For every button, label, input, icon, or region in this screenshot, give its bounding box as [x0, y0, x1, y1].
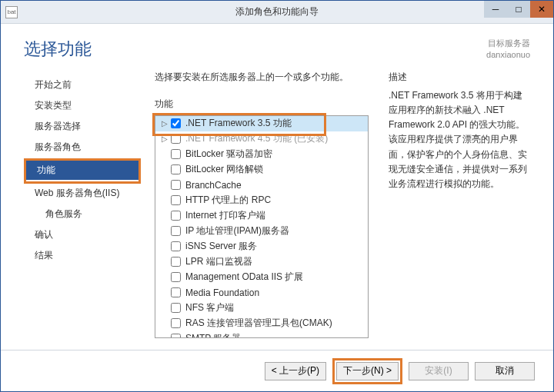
feature-label: BitLocker 网络解锁	[185, 163, 263, 176]
feature-row[interactable]: ▷.NET Framework 3.5 功能	[155, 116, 368, 131]
feature-label: NFS 客户端	[185, 301, 234, 314]
feature-checkbox[interactable]	[171, 334, 181, 338]
feature-checkbox[interactable]	[171, 149, 181, 159]
sidebar-item[interactable]: 结果	[24, 246, 141, 265]
feature-label: IP 地址管理(IPAM)服务器	[185, 224, 289, 238]
sidebar-item[interactable]: Web 服务器角色(IIS)	[24, 184, 141, 203]
sidebar-item[interactable]: 安装类型	[24, 96, 141, 115]
features-listbox[interactable]: ▷.NET Framework 3.5 功能▷.NET Framework 4.…	[155, 115, 369, 338]
description-column: 描述 .NET Framework 3.5 将用于构建应用程序的新技术融入 .N…	[389, 71, 530, 350]
feature-label: Media Foundation	[185, 287, 259, 298]
target-label: 目标服务器	[486, 38, 530, 49]
feature-row[interactable]: Management OData IIS 扩展	[155, 270, 368, 285]
sidebar-item[interactable]: 角色服务	[24, 204, 141, 224]
feature-checkbox[interactable]	[171, 118, 181, 128]
app-icon: bat	[5, 6, 18, 18]
feature-row[interactable]: LPR 端口监视器	[155, 254, 368, 270]
feature-row[interactable]: BitLocker 驱动器加密	[155, 147, 368, 162]
cancel-button[interactable]: 取消	[475, 362, 535, 380]
target-server-box: 目标服务器 danxiaonuo	[486, 38, 530, 61]
expand-icon[interactable]: ▷	[160, 135, 169, 143]
expand-icon[interactable]: ▷	[160, 119, 169, 128]
highlight-nav-annotation: 功能	[24, 158, 141, 184]
prev-button[interactable]: < 上一步(P)	[265, 362, 326, 380]
feature-row[interactable]: BitLocker 网络解锁	[155, 162, 368, 178]
footer: < 上一步(P) 下一步(N) > 安装(I) 取消	[1, 350, 553, 391]
feature-row[interactable]: Internet 打印客户端	[155, 208, 368, 224]
feature-label: SMTP 服务器	[185, 332, 241, 338]
install-button[interactable]: 安装(I)	[409, 362, 469, 380]
main-body: 开始之前安装类型服务器选择服务器角色功能Web 服务器角色(IIS)角色服务确认…	[1, 71, 553, 350]
header: 选择功能 目标服务器 danxiaonuo	[1, 24, 553, 71]
feature-checkbox[interactable]	[171, 211, 181, 221]
feature-checkbox[interactable]	[171, 226, 181, 236]
feature-checkbox[interactable]	[171, 303, 181, 313]
features-label: 功能	[155, 98, 369, 111]
target-value: danxiaonuo	[486, 49, 530, 61]
page-title: 选择功能	[24, 38, 92, 61]
close-button[interactable]: ✕	[530, 1, 553, 18]
feature-checkbox[interactable]	[171, 195, 181, 205]
feature-label: iSNS Server 服务	[185, 240, 257, 253]
feature-checkbox[interactable]	[171, 257, 181, 267]
minimize-button[interactable]: ─	[484, 1, 507, 18]
feature-checkbox[interactable]	[171, 164, 181, 174]
window-title: 添加角色和功能向导	[235, 5, 319, 18]
feature-row[interactable]: iSNS Server 服务	[155, 239, 368, 254]
next-button[interactable]: 下一步(N) >	[336, 362, 399, 380]
feature-row[interactable]: RAS 连接管理器管理工具包(CMAK)	[155, 316, 368, 331]
feature-label: .NET Framework 4.5 功能 (已安装)	[185, 132, 328, 145]
titlebar: bat 添加角色和功能向导 ─ □ ✕	[1, 1, 553, 24]
feature-checkbox[interactable]	[171, 272, 181, 282]
feature-row[interactable]: NFS 客户端	[155, 301, 368, 316]
feature-row[interactable]: IP 地址管理(IPAM)服务器	[155, 224, 368, 239]
feature-row[interactable]: BranchCache	[155, 178, 368, 193]
sidebar-item[interactable]: 功能	[26, 161, 138, 180]
feature-label: .NET Framework 3.5 功能	[185, 117, 292, 130]
feature-row[interactable]: HTTP 代理上的 RPC	[155, 193, 368, 208]
sidebar: 开始之前安装类型服务器选择服务器角色功能Web 服务器角色(IIS)角色服务确认…	[24, 71, 141, 350]
feature-checkbox[interactable]	[171, 134, 181, 144]
feature-checkbox[interactable]	[171, 287, 181, 297]
feature-label: BitLocker 驱动器加密	[185, 148, 272, 161]
feature-checkbox[interactable]	[171, 318, 181, 328]
feature-label: Management OData IIS 扩展	[185, 271, 303, 284]
feature-row[interactable]: SMTP 服务器	[155, 331, 368, 338]
intro-text: 选择要安装在所选服务器上的一个或多个功能。	[155, 71, 369, 84]
feature-row[interactable]: Media Foundation	[155, 285, 368, 301]
desc-text: .NET Framework 3.5 将用于构建应用程序的新技术融入 .NET …	[389, 88, 530, 191]
feature-checkbox[interactable]	[171, 241, 181, 251]
feature-label: LPR 端口监视器	[185, 255, 252, 268]
main-panel: 选择要安装在所选服务器上的一个或多个功能。 功能 ▷.NET Framework…	[141, 71, 530, 350]
window-controls: ─ □ ✕	[484, 1, 553, 23]
highlight-next-annotation: 下一步(N) >	[332, 358, 402, 384]
wizard-window: bat 添加角色和功能向导 ─ □ ✕ 选择功能 目标服务器 danxiaonu…	[0, 0, 554, 392]
sidebar-item[interactable]: 开始之前	[24, 75, 141, 95]
desc-label: 描述	[389, 71, 530, 84]
sidebar-item[interactable]: 服务器角色	[24, 138, 141, 157]
content-area: 选择功能 目标服务器 danxiaonuo 开始之前安装类型服务器选择服务器角色…	[1, 24, 553, 391]
feature-label: HTTP 代理上的 RPC	[185, 194, 271, 207]
sidebar-item[interactable]: 服务器选择	[24, 117, 141, 136]
maximize-button[interactable]: □	[507, 1, 530, 18]
feature-label: RAS 连接管理器管理工具包(CMAK)	[185, 317, 332, 330]
feature-row[interactable]: ▷.NET Framework 4.5 功能 (已安装)	[155, 131, 368, 147]
feature-label: Internet 打印客户端	[185, 209, 265, 222]
feature-label: BranchCache	[185, 180, 242, 191]
feature-checkbox[interactable]	[171, 180, 181, 190]
features-column: 选择要安装在所选服务器上的一个或多个功能。 功能 ▷.NET Framework…	[155, 71, 369, 350]
sidebar-item[interactable]: 确认	[24, 225, 141, 244]
